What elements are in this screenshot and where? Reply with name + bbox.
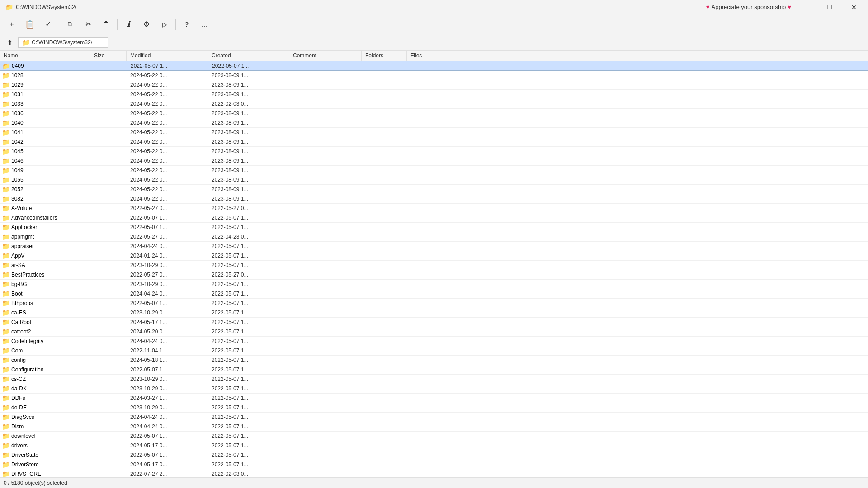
file-comment [289, 226, 362, 228]
table-row[interactable]: 📁 CatRoot 2024-05-17 1... 2022-05-07 1..… [0, 318, 868, 327]
file-size [90, 264, 127, 266]
copy-button[interactable]: ⧉ [62, 16, 78, 33]
file-comment [289, 416, 362, 418]
table-row[interactable]: 📁 de-DE 2023-10-29 0... 2022-05-07 1... [0, 403, 868, 413]
restore-button[interactable]: ❐ [819, 0, 840, 14]
file-modified: 2022-05-07 1... [127, 214, 208, 222]
table-row[interactable]: 📁 Dism 2024-04-24 0... 2022-05-07 1... [0, 422, 868, 432]
file-files [407, 255, 443, 257]
file-name-cell: 📁 1041 [0, 128, 90, 137]
delete-button[interactable]: 🗑 [98, 16, 114, 33]
table-row[interactable]: 📁 BestPractices 2022-05-27 0... 2022-05-… [0, 270, 868, 280]
table-row[interactable]: 📁 ar-SA 2023-10-29 0... 2022-05-07 1... [0, 261, 868, 270]
file-name-cell: 📁 Bthprops [0, 299, 90, 308]
file-files [407, 217, 443, 219]
help-button[interactable]: ? [179, 16, 195, 33]
file-name-cell: 📁 Com [0, 346, 90, 355]
file-size [90, 122, 127, 124]
table-row[interactable]: 📁 config 2024-05-18 1... 2022-05-07 1... [0, 356, 868, 365]
table-row[interactable]: 📁 DDFs 2024-03-27 1... 2022-05-07 1... [0, 394, 868, 403]
col-header-modified[interactable]: Modified [127, 51, 208, 61]
table-row[interactable]: 📁 AdvancedInstallers 2022-05-07 1... 202… [0, 213, 868, 223]
table-row[interactable]: 📁 1029 2024-05-22 0... 2023-08-09 1... [0, 80, 868, 90]
file-modified: 2023-10-29 0... [127, 375, 208, 383]
file-files [407, 283, 443, 285]
col-header-created[interactable]: Created [208, 51, 289, 61]
folder-icon: 📁 [2, 470, 9, 477]
path-box[interactable]: 📁 C:\WINDOWS\system32\ [18, 37, 108, 48]
table-row[interactable]: 📁 appraiser 2024-04-24 0... 2022-05-07 1… [0, 242, 868, 251]
file-created: 2022-05-07 1... [208, 347, 289, 355]
minimize-button[interactable]: — [795, 0, 816, 14]
col-header-folders[interactable]: Folders [362, 51, 407, 61]
table-row[interactable]: 📁 1045 2024-05-22 0... 2023-08-09 1... [0, 147, 868, 156]
file-files [407, 188, 443, 190]
table-row[interactable]: 📁 1028 2024-05-22 0... 2023-08-09 1... [0, 71, 868, 80]
table-row[interactable]: 📁 A-Volute 2022-05-27 0... 2022-05-27 0.… [0, 204, 868, 213]
file-files [407, 388, 443, 389]
file-list-container[interactable]: Name Size Modified Created Comment Folde… [0, 51, 868, 477]
table-row[interactable]: 📁 1033 2024-05-22 0... 2022-02-03 0... [0, 99, 868, 109]
table-row[interactable]: 📁 1055 2024-05-22 0... 2023-08-09 1... [0, 175, 868, 185]
table-row[interactable]: 📁 bg-BG 2023-10-29 0... 2022-05-07 1... [0, 280, 868, 289]
file-modified: 2024-05-22 0... [127, 81, 208, 89]
file-modified: 2022-05-07 1... [127, 299, 208, 307]
file-name: 1036 [11, 110, 24, 117]
info-button[interactable]: ℹ [120, 16, 137, 33]
settings-button[interactable]: ⚙ [138, 16, 155, 33]
file-size [90, 103, 127, 105]
cut-button[interactable]: ✂ [80, 16, 96, 33]
table-row[interactable]: 📁 3082 2024-05-22 0... 2023-08-09 1... [0, 194, 868, 204]
file-name: 1046 [11, 158, 24, 164]
table-row[interactable]: 📁 Com 2022-11-04 1... 2022-05-07 1... [0, 346, 868, 356]
file-comment [289, 321, 362, 323]
table-row[interactable]: 📁 downlevel 2022-05-07 1... 2022-05-07 1… [0, 432, 868, 441]
table-row[interactable]: 📁 1040 2024-05-22 0... 2023-08-09 1... [0, 118, 868, 128]
table-row[interactable]: 📁 catroot2 2024-05-20 0... 2022-05-07 1.… [0, 327, 868, 337]
table-row[interactable]: 📁 ca-ES 2023-10-29 0... 2022-05-07 1... [0, 308, 868, 318]
table-row[interactable]: 📁 DRVSTORE 2022-07-27 2... 2022-02-03 0.… [0, 469, 868, 477]
col-header-size[interactable]: Size [90, 51, 127, 61]
table-row[interactable]: 📁 DriverState 2022-05-07 1... 2022-05-07… [0, 450, 868, 460]
file-name-cell: 📁 BestPractices [0, 270, 90, 279]
col-header-comment[interactable]: Comment [289, 51, 362, 61]
table-row[interactable]: 📁 drivers 2024-05-17 0... 2022-05-07 1..… [0, 441, 868, 450]
col-header-name[interactable]: Name [0, 51, 90, 61]
table-row[interactable]: 📁 Configuration 2022-05-07 1... 2022-05-… [0, 365, 868, 375]
table-row[interactable]: 📁 1042 2024-05-22 0... 2023-08-09 1... [0, 137, 868, 147]
table-row[interactable]: 📁 Bthprops 2022-05-07 1... 2022-05-07 1.… [0, 299, 868, 308]
up-button[interactable]: ⬆ [4, 36, 16, 49]
file-files [407, 131, 443, 133]
window-title: C:\WINDOWS\system32\ [16, 4, 76, 10]
table-row[interactable]: 📁 DriverStore 2024-05-17 0... 2022-05-07… [0, 460, 868, 469]
new-button[interactable]: + [4, 16, 20, 33]
table-row[interactable]: 📁 1031 2024-05-22 0... 2023-08-09 1... [0, 90, 868, 99]
file-size [90, 321, 127, 323]
table-row[interactable]: 📁 AppLocker 2022-05-07 1... 2022-05-07 1… [0, 223, 868, 232]
table-row[interactable]: 📁 0409 2022-05-07 1... 2022-05-07 1... [0, 61, 868, 71]
more-button[interactable]: … [197, 16, 213, 33]
table-row[interactable]: 📁 1046 2024-05-22 0... 2023-08-09 1... [0, 156, 868, 166]
table-row[interactable]: 📁 Boot 2024-04-24 0... 2022-05-07 1... [0, 289, 868, 299]
file-comment [289, 113, 362, 114]
table-row[interactable]: 📁 1041 2024-05-22 0... 2023-08-09 1... [0, 128, 868, 137]
table-row[interactable]: 📁 appmgmt 2022-05-27 0... 2022-04-23 0..… [0, 232, 868, 242]
run-button[interactable]: ▷ [156, 16, 173, 33]
copy-path-button[interactable]: 📋 [22, 16, 38, 33]
check-button[interactable]: ✓ [40, 16, 56, 33]
table-row[interactable]: 📁 cs-CZ 2023-10-29 0... 2022-05-07 1... [0, 375, 868, 384]
table-row[interactable]: 📁 1036 2024-05-22 0... 2023-08-09 1... [0, 109, 868, 118]
table-row[interactable]: 📁 AppV 2024-01-24 0... 2022-05-07 1... [0, 251, 868, 261]
file-name-cell: 📁 drivers [0, 441, 90, 450]
file-name-cell: 📁 bg-BG [0, 280, 90, 289]
file-files [407, 350, 443, 352]
table-row[interactable]: 📁 da-DK 2023-10-29 0... 2022-05-07 1... [0, 384, 868, 394]
file-comment [289, 198, 362, 200]
file-comment [289, 426, 362, 427]
table-row[interactable]: 📁 2052 2024-05-22 0... 2023-08-09 1... [0, 185, 868, 194]
table-row[interactable]: 📁 DiagSvcs 2024-04-24 0... 2022-05-07 1.… [0, 413, 868, 422]
close-button[interactable]: ✕ [844, 0, 864, 14]
table-row[interactable]: 📁 1049 2024-05-22 0... 2023-08-09 1... [0, 166, 868, 175]
table-row[interactable]: 📁 CodeIntegrity 2024-04-24 0... 2022-05-… [0, 337, 868, 346]
col-header-files[interactable]: Files [407, 51, 443, 61]
